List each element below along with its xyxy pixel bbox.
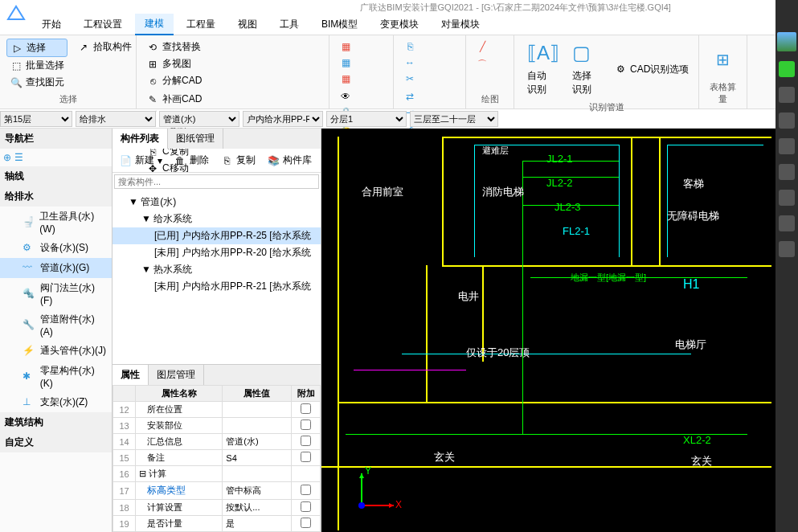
nav-item[interactable]: ⚙设备(水)(S) (0, 238, 112, 258)
system-select[interactable]: 给排水 (76, 111, 156, 127)
category-select[interactable]: 管道(水) (159, 111, 239, 127)
nav-item[interactable]: ⚡通头管件(水)(J) (0, 341, 112, 361)
range-select[interactable]: 三层至二十一层 (410, 111, 498, 127)
common-btn3[interactable]: ▦ (336, 71, 387, 87)
common-btn1[interactable]: ▦ (336, 39, 387, 55)
cad-option-button[interactable]: ⚙CAD识别选项 (611, 61, 692, 78)
nav-item-label: 阀门法兰(水)(F) (40, 281, 107, 306)
paint-btn1[interactable]: ╱ (473, 39, 507, 55)
property-row[interactable]: 19是否计量是 (113, 516, 321, 532)
side-tool-5[interactable] (779, 164, 795, 180)
search-input[interactable] (114, 174, 319, 189)
multiview-button[interactable]: ⊞多视图 (143, 55, 322, 72)
grid-icon: ⊞ (146, 58, 159, 71)
tab-layers[interactable]: 图层管理 (149, 365, 204, 385)
batch-select-button[interactable]: ⬚批量选择 (6, 57, 68, 74)
extra-checkbox[interactable] (301, 485, 311, 495)
side-tool-2[interactable] (779, 87, 795, 103)
property-row[interactable]: 18计算设置按默认... (113, 500, 321, 516)
tab-properties[interactable]: 属性 (113, 365, 149, 385)
tree-item[interactable]: [未用] 户内给水用PP-R-21 [热水系统 (113, 278, 321, 295)
thumbnail[interactable] (777, 32, 796, 51)
modify-btn3[interactable]: ✂ (400, 71, 459, 87)
lib-button[interactable]: 📚构件库 (264, 152, 315, 169)
nav-item[interactable]: 🔧管道附件(水)(A) (0, 309, 112, 341)
property-row[interactable]: 17标高类型管中标高 (113, 482, 321, 500)
menu-tab-bim[interactable]: BIM模型 (312, 14, 367, 35)
custom-category[interactable]: 自定义 (0, 432, 112, 452)
group-label-sheet: 表格算量 (706, 80, 740, 105)
side-tool-8[interactable] (779, 241, 795, 257)
tree-item[interactable]: [未用] 户内给水用PP-R-20 [给水系统 (113, 244, 321, 261)
tree-item[interactable]: ▼ 管道(水) (113, 194, 321, 211)
extra-checkbox[interactable] (301, 452, 311, 462)
tab-components[interactable]: 构件列表 (113, 129, 168, 149)
menu-tab-view[interactable]: 视图 (228, 14, 267, 35)
select-button[interactable]: ▷选择 (6, 39, 68, 57)
component-select[interactable]: 户内给水用PP-R (243, 111, 323, 127)
app-logo[interactable] (5, 3, 27, 28)
auto-recognize-button[interactable]: ⟦A⟧ 自动识别 (521, 39, 559, 100)
extra-checkbox[interactable] (301, 518, 311, 528)
layer-select[interactable]: 分层1 (326, 111, 407, 127)
supp-cad-button[interactable]: ✎补画CAD (143, 91, 322, 108)
nav-item[interactable]: 〰管道(水)(G) (0, 258, 112, 278)
chevron-down-icon: ▾ (158, 155, 162, 166)
delete-button[interactable]: 🗑删除 (170, 152, 212, 169)
menu-tab-change[interactable]: 变更模块 (370, 14, 428, 35)
nav-item-label: 管道(水)(G) (40, 261, 89, 275)
modify-btn4[interactable]: ⇄ (400, 88, 459, 104)
list-icon[interactable]: ☰ (14, 152, 23, 163)
paint-btn2[interactable]: ⌒ (473, 56, 507, 72)
tree-item[interactable]: ▼ 给水系统 (113, 211, 321, 227)
svg-point-4 (358, 502, 365, 509)
extra-checkbox[interactable] (301, 501, 311, 512)
modify-btn1[interactable]: ⎘ (400, 39, 459, 55)
common-btn4[interactable]: 👁 (336, 88, 387, 104)
select-recognize-button[interactable]: ▢ 选择识别 (566, 39, 604, 100)
sheet-icon[interactable]: ⊞ (716, 50, 730, 69)
copy-button[interactable]: ⎘复制 (217, 152, 259, 169)
menu-tab-quantity[interactable]: 工程量 (177, 14, 225, 35)
pick-button[interactable]: ↗拾取构件 (74, 39, 135, 55)
tab-drawings[interactable]: 图纸管理 (168, 129, 223, 149)
eye-icon: 👁 (339, 90, 352, 103)
find-elem-button[interactable]: 🔍查找图元 (6, 74, 68, 91)
cad-canvas[interactable]: 合用前室 避难层 消防电梯 客梯 无障碍电梯 JL2-1 JL2-2 JL2-3… (321, 129, 798, 532)
tree-item[interactable]: [已用] 户内给水用PP-R-25 [给水系统 (113, 227, 321, 244)
side-tool-3[interactable] (779, 113, 795, 129)
tree-item[interactable]: ▼ 热水系统 (113, 261, 321, 278)
new-button[interactable]: 📄新建▾ (116, 152, 166, 169)
split-cad-button[interactable]: ⎋分解CAD (143, 72, 322, 89)
property-row[interactable]: 13安装部位 (113, 418, 321, 434)
menu-tab-model[interactable]: 建模 (135, 14, 174, 35)
common-btn2[interactable]: ▦ (336, 55, 387, 71)
menu-tab-start[interactable]: 开始 (32, 14, 71, 35)
side-tool-1[interactable] (779, 61, 795, 77)
add-icon[interactable]: ⊕ (3, 152, 11, 163)
extra-checkbox[interactable] (301, 403, 311, 414)
modify-btn2[interactable]: ↔ (400, 55, 459, 71)
menu-tab-compare[interactable]: 对量模块 (432, 14, 489, 35)
property-row[interactable]: 12所在位置 (113, 402, 321, 418)
struct-category[interactable]: 建筑结构 (0, 412, 112, 432)
extra-checkbox[interactable] (301, 436, 311, 446)
side-tool-7[interactable] (779, 215, 795, 231)
nav-item[interactable]: ✱零星构件(水)(K) (0, 361, 112, 392)
property-row[interactable]: 15备注S4 (113, 450, 321, 466)
water-category[interactable]: 给排水 (0, 186, 112, 207)
property-row[interactable]: 16⊟ 计算 (113, 466, 321, 482)
menu-tab-tool[interactable]: 工具 (270, 14, 309, 35)
nav-item[interactable]: 🚽卫生器具(水)(W) (0, 207, 112, 238)
axis-category[interactable]: 轴线 (0, 166, 112, 186)
side-tool-4[interactable] (779, 138, 795, 154)
nav-item[interactable]: 🔩阀门法兰(水)(F) (0, 278, 112, 309)
side-tool-6[interactable] (779, 190, 795, 206)
menu-tab-project[interactable]: 工程设置 (74, 14, 132, 35)
find-replace-button[interactable]: ⟲查找替换 (143, 39, 322, 55)
nav-item-label: 支架(水)(Z) (40, 395, 88, 409)
extra-checkbox[interactable] (301, 419, 311, 430)
property-row[interactable]: 14汇总信息管道(水) (113, 434, 321, 450)
nav-item[interactable]: ⊥支架(水)(Z) (0, 392, 112, 412)
floor-select[interactable]: 第15层 (0, 111, 72, 127)
